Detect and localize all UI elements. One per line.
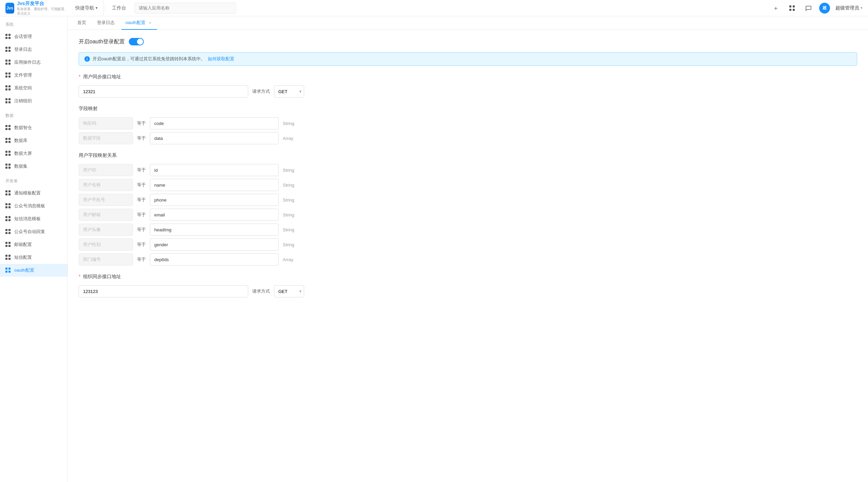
equals-icon: 等于 xyxy=(137,197,146,203)
sidebar-item-cancel-org[interactable]: 注销组织 xyxy=(0,95,67,107)
grid-icon xyxy=(5,242,11,247)
chevron-down-icon: ▾ xyxy=(861,6,863,10)
sidebar-item-sms-tpl[interactable]: 短信消息模板 xyxy=(0,212,67,225)
mapping-row-data: 数据字段 等于 data Array xyxy=(79,132,857,144)
mapping-row-phone: 用户手机号 等于 phone String xyxy=(79,194,857,206)
content-inner: 开启oauth登录配置 i 开启oauth配置后，可通过其它系统免登跳转到本系统… xyxy=(68,30,868,482)
mapping-left-phone: 用户手机号 xyxy=(79,194,133,206)
sidebar-item-wechat-auto[interactable]: 公众号自动回复 xyxy=(0,225,67,238)
grid-icon xyxy=(5,268,11,273)
main-content: 开启oauth登录配置 i 开启oauth配置后，可通过其它系统免登跳转到本系统… xyxy=(68,30,868,482)
org-sync-title: * 组织同步接口地址 xyxy=(79,274,857,280)
mapping-right-id[interactable]: id xyxy=(150,164,279,176)
equals-icon: 等于 xyxy=(137,135,146,141)
mapping-type-name: String xyxy=(283,183,300,188)
equals-icon: 等于 xyxy=(137,167,146,173)
sidebar-item-file-mgmt[interactable]: 文件管理 xyxy=(0,69,67,82)
required-mark: * xyxy=(79,74,80,79)
user-field-mapping-section: 用户字段映射关系 用户ID 等于 id String 用户名称 等于 name xyxy=(79,152,857,266)
equals-icon: 等于 xyxy=(137,182,146,188)
sidebar-item-email-config[interactable]: 邮箱配置 xyxy=(0,238,67,251)
mapping-right-code[interactable]: code xyxy=(150,117,279,129)
grid-icon[interactable] xyxy=(787,3,797,14)
info-banner: i 开启oauth配置后，可通过其它系统免登跳转到本系统中。 如何获取配置 xyxy=(79,52,857,66)
required-mark: * xyxy=(79,274,80,279)
sidebar-item-sms-config[interactable]: 短信配置 xyxy=(0,251,67,264)
grid-icon xyxy=(5,47,11,52)
sidebar-item-data-warehouse[interactable]: 数据智仓 xyxy=(0,121,67,134)
add-icon[interactable]: ＋ xyxy=(770,3,781,14)
mapping-right-gender[interactable]: gender xyxy=(150,238,279,251)
grid-icon xyxy=(5,216,11,222)
user-name-button[interactable]: 超级管理员 ▾ xyxy=(835,5,863,11)
mapping-type-gender: String xyxy=(283,242,300,247)
mapping-right-phone[interactable]: phone xyxy=(150,194,279,206)
mapping-type-code: String xyxy=(283,121,300,126)
workbench-button[interactable]: 工作台 xyxy=(106,0,132,16)
logo: Jvs Jvs开发平台 私有部署、重组护理、可视配置、灵活定义 xyxy=(5,1,70,16)
avatar[interactable]: 超 xyxy=(819,3,830,14)
oauth-toggle[interactable] xyxy=(129,38,144,45)
tab-login-log[interactable]: 登录日志 xyxy=(93,16,119,30)
mapping-left-gender: 用户性别 xyxy=(79,238,133,251)
org-sync-url-input[interactable] xyxy=(79,285,248,297)
sidebar-item-notify-tpl[interactable]: 通知模板配置 xyxy=(0,187,67,200)
dev-section-title: 开发者 xyxy=(0,173,67,187)
grid-icon xyxy=(5,125,11,130)
layout: 系统 会话管理 登录日志 应用操作日志 文件管理 系统空间 注销组织 数据 xyxy=(0,16,868,482)
tab-oauth[interactable]: oauth配置 × xyxy=(121,16,157,30)
grid-icon xyxy=(5,138,11,143)
info-link[interactable]: 如何获取配置 xyxy=(208,56,234,62)
sidebar-item-system-space[interactable]: 系统空间 xyxy=(0,82,67,95)
sidebar-item-oauth-config[interactable]: oauth配置 xyxy=(0,264,67,277)
nav-right: ＋ 超 超级管理员 ▾ xyxy=(770,3,863,14)
user-sync-method-select[interactable]: GET POST PUT DELETE xyxy=(274,85,304,98)
mapping-row-email: 用户邮箱 等于 email String xyxy=(79,209,857,221)
grid-icon xyxy=(5,85,11,91)
grid-icon xyxy=(5,60,11,65)
org-sync-url-row: 请求方式 GET POST PUT DELETE xyxy=(79,285,857,297)
method-select-wrapper: GET POST PUT DELETE xyxy=(274,85,304,98)
logo-icon: Jvs xyxy=(5,3,14,14)
tab-bar: 首页 登录日志 oauth配置 × xyxy=(68,16,868,30)
logo-subtitle: 私有部署、重组护理、可视配置、灵活定义 xyxy=(17,7,70,16)
grid-icon xyxy=(5,190,11,196)
mapping-type-deptids: Array xyxy=(283,257,300,262)
grid-icon xyxy=(5,164,11,169)
user-sync-url-row: 请求方式 GET POST PUT DELETE xyxy=(79,85,857,98)
mapping-right-email[interactable]: email xyxy=(150,209,279,221)
sidebar-item-login-log[interactable]: 登录日志 xyxy=(0,43,67,56)
mapping-right-deptids[interactable]: deptIds xyxy=(150,253,279,266)
mapping-left-id: 用户ID xyxy=(79,164,133,176)
sidebar: 系统 会话管理 登录日志 应用操作日志 文件管理 系统空间 注销组织 数据 xyxy=(0,16,68,482)
sidebar-item-app-log[interactable]: 应用操作日志 xyxy=(0,56,67,69)
sidebar-item-wechat-tpl[interactable]: 公众号消息模板 xyxy=(0,200,67,212)
mapping-row-gender: 用户性别 等于 gender String xyxy=(79,238,857,251)
search-input[interactable] xyxy=(134,3,236,14)
mapping-right-data[interactable]: data xyxy=(150,132,279,144)
quick-nav-label: 快捷导航 xyxy=(75,5,94,11)
sidebar-item-data-screen[interactable]: 数据大屏 xyxy=(0,147,67,160)
top-nav: Jvs Jvs开发平台 私有部署、重组护理、可视配置、灵活定义 快捷导航 ▾ 工… xyxy=(0,0,868,16)
field-mapping-section: 字段映射 响应码 等于 code String 数据字段 等于 data A xyxy=(79,106,857,144)
toggle-label: 开启oauth登录配置 xyxy=(79,38,125,45)
equals-icon: 等于 xyxy=(137,212,146,218)
quick-nav-button[interactable]: 快捷导航 ▾ xyxy=(70,0,103,16)
tab-close-icon[interactable]: × xyxy=(147,20,153,25)
sidebar-item-session[interactable]: 会话管理 xyxy=(0,30,67,43)
org-sync-method-select[interactable]: GET POST PUT DELETE xyxy=(274,285,304,297)
search-area xyxy=(134,3,236,14)
method-label: 请求方式 xyxy=(252,88,270,95)
mapping-right-name[interactable]: name xyxy=(150,179,279,191)
message-icon[interactable] xyxy=(803,3,814,14)
mapping-row-code: 响应码 等于 code String xyxy=(79,117,857,129)
equals-icon: 等于 xyxy=(137,120,146,126)
sidebar-item-database[interactable]: 数据库 xyxy=(0,134,67,147)
sidebar-item-dataset[interactable]: 数据集 xyxy=(0,160,67,173)
toggle-row: 开启oauth登录配置 xyxy=(79,38,857,45)
tab-home[interactable]: 首页 xyxy=(73,16,90,30)
system-section-title: 系统 xyxy=(0,16,67,30)
mapping-right-headimg[interactable]: headImg xyxy=(150,224,279,236)
user-sync-url-input[interactable] xyxy=(79,85,248,98)
mapping-left-email: 用户邮箱 xyxy=(79,209,133,221)
